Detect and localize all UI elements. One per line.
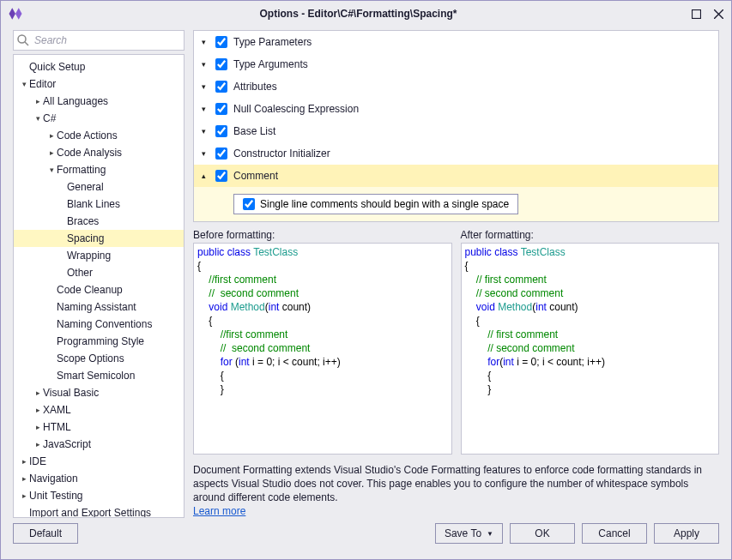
chevron-down-icon[interactable]: ▾	[194, 105, 213, 113]
chevron-down-icon[interactable]: ▾	[194, 38, 213, 46]
tree-spacing[interactable]: Spacing	[14, 230, 184, 247]
tree-javascript[interactable]: ▸JavaScript	[14, 436, 184, 453]
dialog-title: Options - Editor\C#\Formatting\Spacing*	[27, 8, 690, 20]
option-comment-suboption: Single line comments should begin with a…	[194, 187, 718, 221]
chevron-up-icon[interactable]: ▴	[194, 172, 213, 180]
save-to-button[interactable]: Save To▼	[435, 523, 503, 544]
sub-option-box[interactable]: Single line comments should begin with a…	[233, 194, 518, 214]
tree-ide[interactable]: ▸IDE	[14, 453, 184, 470]
tree-blank-lines[interactable]: Blank Lines	[14, 196, 184, 213]
tree-navigation[interactable]: ▸Navigation	[14, 470, 184, 487]
app-logo-icon	[8, 6, 23, 21]
learn-more-link[interactable]: Learn more	[193, 505, 245, 517]
tree-scope-options[interactable]: Scope Options	[14, 350, 184, 367]
after-code[interactable]: public class TestClass { // first commen…	[461, 243, 720, 455]
before-code[interactable]: public class TestClass { //first comment…	[193, 243, 452, 455]
titlebar: Options - Editor\C#\Formatting\Spacing*	[1, 1, 731, 27]
option-constructor-init[interactable]: ▾ Constructor Initializer	[194, 142, 718, 165]
chevron-down-icon[interactable]: ▾	[194, 127, 213, 135]
chevron-right-icon: ▸	[19, 474, 29, 483]
tree-editor[interactable]: ▾Editor	[14, 75, 184, 93]
tree-code-analysis[interactable]: ▸Code Analysis	[14, 144, 184, 161]
tree-braces[interactable]: Braces	[14, 213, 184, 230]
option-type-parameters-checkbox[interactable]	[215, 36, 227, 48]
sub-option-label: Single line comments should begin with a…	[260, 198, 509, 210]
default-button[interactable]: Default	[13, 523, 78, 544]
tree-import-export[interactable]: Import and Export Settings	[14, 504, 184, 518]
description: Document Formatting extends Visual Studi…	[193, 463, 719, 518]
close-icon[interactable]	[712, 8, 724, 20]
option-label: Base List	[230, 125, 275, 137]
option-comment-checkbox[interactable]	[215, 170, 227, 182]
chevron-right-icon: ▸	[19, 491, 29, 500]
option-attributes-checkbox[interactable]	[215, 81, 227, 93]
maximize-icon[interactable]	[690, 8, 702, 20]
chevron-right-icon: ▸	[33, 406, 43, 414]
chevron-right-icon: ▸	[46, 131, 57, 140]
option-label: Comment	[230, 170, 278, 182]
option-base-list[interactable]: ▾ Base List	[194, 120, 718, 142]
search-input[interactable]	[13, 30, 185, 51]
tree-naming-conventions[interactable]: Naming Conventions	[14, 316, 184, 333]
tree-code-actions[interactable]: ▸Code Actions	[14, 127, 184, 144]
ok-button[interactable]: OK	[510, 523, 575, 544]
tree-other[interactable]: Other	[14, 264, 184, 281]
chevron-right-icon: ▸	[46, 148, 57, 157]
chevron-right-icon: ▸	[33, 423, 43, 431]
chevron-down-icon[interactable]: ▾	[194, 82, 213, 91]
option-label: Null Coalescing Expression	[230, 103, 359, 115]
tree-code-cleanup[interactable]: Code Cleanup	[14, 281, 184, 298]
option-type-parameters[interactable]: ▾ Type Parameters	[194, 31, 718, 53]
svg-line-2	[25, 42, 28, 45]
cancel-button[interactable]: Cancel	[582, 523, 647, 544]
option-null-coalescing-checkbox[interactable]	[215, 103, 227, 115]
tree-formatting[interactable]: ▾Formatting	[14, 161, 184, 178]
apply-button[interactable]: Apply	[654, 523, 719, 544]
search-icon	[16, 33, 30, 47]
tree-smart-semicolon[interactable]: Smart Semicolon	[14, 367, 184, 384]
option-comment-space-checkbox[interactable]	[243, 198, 255, 210]
option-type-arguments-checkbox[interactable]	[215, 58, 227, 70]
tree-all-languages[interactable]: ▸All Languages	[14, 93, 184, 110]
tree-xaml[interactable]: ▸XAML	[14, 401, 184, 418]
tree-unit-testing[interactable]: ▸Unit Testing	[14, 487, 184, 504]
chevron-down-icon: ▾	[33, 114, 43, 123]
option-attributes[interactable]: ▾ Attributes	[194, 75, 718, 98]
tree-general[interactable]: General	[14, 178, 184, 196]
before-pane: Before formatting: public class TestClas…	[193, 229, 452, 455]
preview-area: Before formatting: public class TestClas…	[193, 229, 719, 455]
before-label: Before formatting:	[193, 229, 452, 241]
content-area: Quick Setup ▾Editor ▸All Languages ▾C# ▸…	[1, 27, 731, 518]
option-comment[interactable]: ▴ Comment	[194, 165, 718, 187]
tree-wrapping[interactable]: Wrapping	[14, 247, 184, 264]
tree-naming-assistant[interactable]: Naming Assistant	[14, 298, 184, 316]
option-list[interactable]: ▾ Type Parameters ▾ Type Arguments ▾ Att…	[193, 30, 719, 222]
after-label: After formatting:	[461, 229, 720, 241]
option-type-arguments[interactable]: ▾ Type Arguments	[194, 53, 718, 75]
svg-point-1	[18, 35, 26, 43]
search-field	[13, 30, 185, 51]
tree-visual-basic[interactable]: ▸Visual Basic	[14, 384, 184, 401]
chevron-right-icon: ▸	[33, 97, 43, 105]
tree-html[interactable]: ▸HTML	[14, 418, 184, 436]
options-dialog: Options - Editor\C#\Formatting\Spacing* …	[0, 0, 732, 560]
option-constructor-init-checkbox[interactable]	[215, 148, 227, 160]
chevron-right-icon: ▸	[19, 457, 29, 466]
option-base-list-checkbox[interactable]	[215, 125, 227, 137]
chevron-right-icon: ▸	[33, 440, 43, 449]
chevron-down-icon: ▾	[19, 80, 29, 88]
after-pane: After formatting: public class TestClass…	[461, 229, 720, 455]
chevron-down-icon[interactable]: ▾	[194, 149, 213, 158]
option-null-coalescing[interactable]: ▾ Null Coalescing Expression	[194, 98, 718, 120]
tree-csharp[interactable]: ▾C#	[14, 110, 184, 127]
tree-quick-setup[interactable]: Quick Setup	[14, 58, 184, 75]
option-label: Constructor Initializer	[230, 148, 330, 160]
footer: Default Save To▼ OK Cancel Apply	[1, 518, 731, 559]
chevron-down-icon[interactable]: ▾	[194, 60, 213, 69]
chevron-down-icon: ▾	[46, 166, 57, 174]
description-text: Document Formatting extends Visual Studi…	[193, 464, 702, 503]
tree-programming-style[interactable]: Programming Style	[14, 333, 184, 350]
option-label: Type Parameters	[230, 36, 312, 48]
nav-tree[interactable]: Quick Setup ▾Editor ▸All Languages ▾C# ▸…	[13, 54, 185, 518]
chevron-right-icon: ▸	[33, 388, 43, 397]
